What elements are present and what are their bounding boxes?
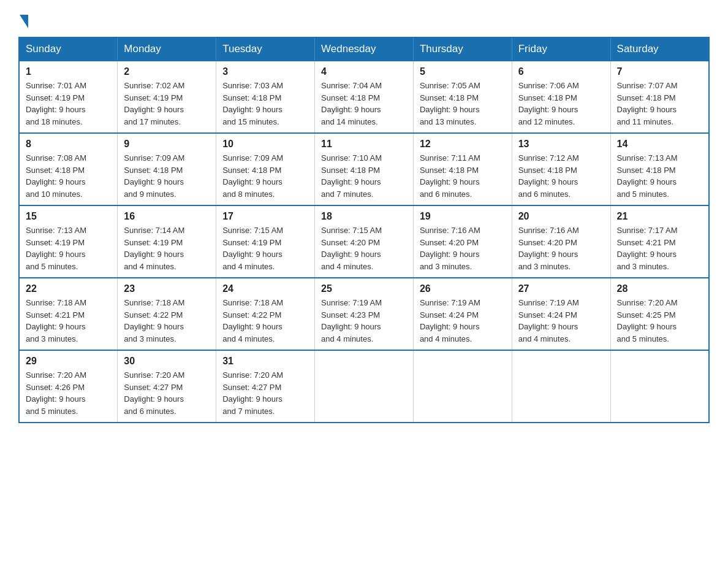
day-number: 1 [26, 66, 111, 77]
day-number: 25 [321, 283, 407, 294]
day-number: 17 [222, 211, 308, 222]
calendar-header: SundayMondayTuesdayWednesdayThursdayFrid… [19, 37, 709, 61]
day-of-week-header: Monday [118, 37, 216, 61]
calendar-cell [610, 350, 709, 423]
calendar-cell: 2Sunrise: 7:02 AMSunset: 4:19 PMDaylight… [118, 61, 216, 133]
day-info: Sunrise: 7:09 AMSunset: 4:18 PMDaylight:… [124, 152, 210, 200]
calendar-cell: 24Sunrise: 7:18 AMSunset: 4:22 PMDayligh… [216, 278, 315, 350]
calendar-cell: 26Sunrise: 7:19 AMSunset: 4:24 PMDayligh… [413, 278, 512, 350]
day-info: Sunrise: 7:10 AMSunset: 4:18 PMDaylight:… [321, 152, 407, 200]
day-info: Sunrise: 7:09 AMSunset: 4:18 PMDaylight:… [222, 152, 308, 200]
day-info: Sunrise: 7:20 AMSunset: 4:27 PMDaylight:… [124, 369, 210, 417]
calendar-cell: 23Sunrise: 7:18 AMSunset: 4:22 PMDayligh… [118, 278, 216, 350]
calendar-cell: 5Sunrise: 7:05 AMSunset: 4:18 PMDaylight… [413, 61, 512, 133]
calendar-cell: 30Sunrise: 7:20 AMSunset: 4:27 PMDayligh… [118, 350, 216, 423]
calendar-cell: 8Sunrise: 7:08 AMSunset: 4:18 PMDaylight… [19, 133, 118, 205]
day-info: Sunrise: 7:06 AMSunset: 4:18 PMDaylight:… [518, 80, 604, 128]
calendar-cell: 29Sunrise: 7:20 AMSunset: 4:26 PMDayligh… [19, 350, 118, 423]
calendar-cell: 18Sunrise: 7:15 AMSunset: 4:20 PMDayligh… [315, 205, 414, 278]
calendar-cell [512, 350, 610, 423]
page-header [18, 12, 710, 25]
day-info: Sunrise: 7:18 AMSunset: 4:21 PMDaylight:… [26, 297, 111, 345]
calendar-cell: 4Sunrise: 7:04 AMSunset: 4:18 PMDaylight… [315, 61, 414, 133]
calendar-row: 22Sunrise: 7:18 AMSunset: 4:21 PMDayligh… [19, 278, 709, 350]
calendar-cell: 31Sunrise: 7:20 AMSunset: 4:27 PMDayligh… [216, 350, 315, 423]
day-info: Sunrise: 7:02 AMSunset: 4:19 PMDaylight:… [124, 80, 210, 128]
logo-arrow-icon [20, 15, 28, 28]
day-number: 4 [321, 66, 407, 77]
day-number: 24 [222, 283, 308, 294]
day-info: Sunrise: 7:20 AMSunset: 4:26 PMDaylight:… [26, 369, 111, 417]
day-of-week-header: Wednesday [315, 37, 414, 61]
calendar-row: 1Sunrise: 7:01 AMSunset: 4:19 PMDaylight… [19, 61, 709, 133]
day-number: 6 [518, 66, 604, 77]
day-number: 19 [420, 211, 506, 222]
day-info: Sunrise: 7:14 AMSunset: 4:19 PMDaylight:… [124, 224, 210, 272]
day-info: Sunrise: 7:19 AMSunset: 4:24 PMDaylight:… [518, 297, 604, 345]
day-info: Sunrise: 7:12 AMSunset: 4:18 PMDaylight:… [518, 152, 604, 200]
day-number: 14 [617, 139, 702, 150]
calendar-cell: 3Sunrise: 7:03 AMSunset: 4:18 PMDaylight… [216, 61, 315, 133]
calendar-cell [413, 350, 512, 423]
day-number: 16 [124, 211, 210, 222]
day-number: 30 [124, 356, 210, 367]
day-number: 5 [420, 66, 506, 77]
day-of-week-header: Tuesday [216, 37, 315, 61]
calendar-row: 15Sunrise: 7:13 AMSunset: 4:19 PMDayligh… [19, 205, 709, 278]
calendar-cell: 15Sunrise: 7:13 AMSunset: 4:19 PMDayligh… [19, 205, 118, 278]
day-number: 21 [617, 211, 702, 222]
calendar-cell: 14Sunrise: 7:13 AMSunset: 4:18 PMDayligh… [610, 133, 709, 205]
day-info: Sunrise: 7:15 AMSunset: 4:19 PMDaylight:… [222, 224, 308, 272]
day-info: Sunrise: 7:11 AMSunset: 4:18 PMDaylight:… [420, 152, 506, 200]
calendar-cell: 6Sunrise: 7:06 AMSunset: 4:18 PMDaylight… [512, 61, 610, 133]
day-number: 31 [222, 356, 308, 367]
day-number: 23 [124, 283, 210, 294]
day-number: 8 [26, 139, 111, 150]
day-number: 12 [420, 139, 506, 150]
day-info: Sunrise: 7:07 AMSunset: 4:18 PMDaylight:… [617, 80, 702, 128]
day-info: Sunrise: 7:01 AMSunset: 4:19 PMDaylight:… [26, 80, 111, 128]
calendar-cell: 11Sunrise: 7:10 AMSunset: 4:18 PMDayligh… [315, 133, 414, 205]
calendar-row: 29Sunrise: 7:20 AMSunset: 4:26 PMDayligh… [19, 350, 709, 423]
day-of-week-header: Thursday [413, 37, 512, 61]
calendar-body: 1Sunrise: 7:01 AMSunset: 4:19 PMDaylight… [19, 61, 709, 423]
calendar-cell: 25Sunrise: 7:19 AMSunset: 4:23 PMDayligh… [315, 278, 414, 350]
calendar-cell: 28Sunrise: 7:20 AMSunset: 4:25 PMDayligh… [610, 278, 709, 350]
day-number: 2 [124, 66, 210, 77]
day-info: Sunrise: 7:16 AMSunset: 4:20 PMDaylight:… [518, 224, 604, 272]
day-info: Sunrise: 7:15 AMSunset: 4:20 PMDaylight:… [321, 224, 407, 272]
calendar-cell: 21Sunrise: 7:17 AMSunset: 4:21 PMDayligh… [610, 205, 709, 278]
day-info: Sunrise: 7:18 AMSunset: 4:22 PMDaylight:… [124, 297, 210, 345]
day-info: Sunrise: 7:05 AMSunset: 4:18 PMDaylight:… [420, 80, 506, 128]
day-number: 7 [617, 66, 702, 77]
day-number: 27 [518, 283, 604, 294]
calendar-cell: 17Sunrise: 7:15 AMSunset: 4:19 PMDayligh… [216, 205, 315, 278]
calendar-cell: 12Sunrise: 7:11 AMSunset: 4:18 PMDayligh… [413, 133, 512, 205]
day-info: Sunrise: 7:19 AMSunset: 4:23 PMDaylight:… [321, 297, 407, 345]
day-of-week-header: Sunday [19, 37, 118, 61]
day-number: 18 [321, 211, 407, 222]
day-number: 20 [518, 211, 604, 222]
calendar-cell: 27Sunrise: 7:19 AMSunset: 4:24 PMDayligh… [512, 278, 610, 350]
day-number: 10 [222, 139, 308, 150]
day-number: 26 [420, 283, 506, 294]
calendar-cell: 13Sunrise: 7:12 AMSunset: 4:18 PMDayligh… [512, 133, 610, 205]
day-number: 13 [518, 139, 604, 150]
calendar-cell: 22Sunrise: 7:18 AMSunset: 4:21 PMDayligh… [19, 278, 118, 350]
day-info: Sunrise: 7:20 AMSunset: 4:27 PMDaylight:… [222, 369, 308, 417]
calendar-cell: 19Sunrise: 7:16 AMSunset: 4:20 PMDayligh… [413, 205, 512, 278]
day-of-week-header: Saturday [610, 37, 709, 61]
day-info: Sunrise: 7:19 AMSunset: 4:24 PMDaylight:… [420, 297, 506, 345]
day-info: Sunrise: 7:20 AMSunset: 4:25 PMDaylight:… [617, 297, 702, 345]
day-number: 29 [26, 356, 111, 367]
calendar-cell: 16Sunrise: 7:14 AMSunset: 4:19 PMDayligh… [118, 205, 216, 278]
calendar-cell: 20Sunrise: 7:16 AMSunset: 4:20 PMDayligh… [512, 205, 610, 278]
calendar-cell: 1Sunrise: 7:01 AMSunset: 4:19 PMDaylight… [19, 61, 118, 133]
header-row: SundayMondayTuesdayWednesdayThursdayFrid… [19, 37, 709, 61]
day-number: 11 [321, 139, 407, 150]
day-info: Sunrise: 7:13 AMSunset: 4:18 PMDaylight:… [617, 152, 702, 200]
day-number: 22 [26, 283, 111, 294]
day-number: 28 [617, 283, 702, 294]
day-info: Sunrise: 7:04 AMSunset: 4:18 PMDaylight:… [321, 80, 407, 128]
day-info: Sunrise: 7:13 AMSunset: 4:19 PMDaylight:… [26, 224, 111, 272]
